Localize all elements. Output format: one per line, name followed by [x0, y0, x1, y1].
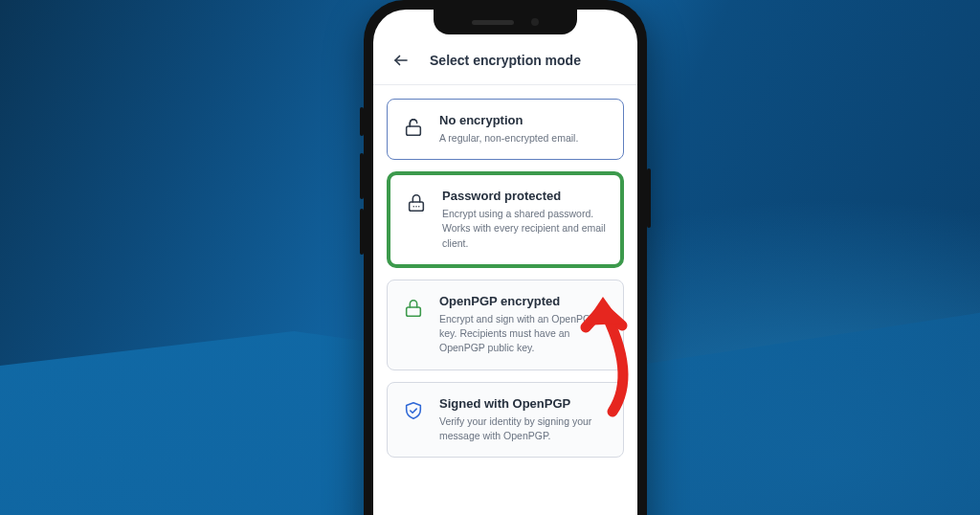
option-text: OpenPGP encrypted Encrypt and sign with …: [439, 294, 610, 356]
option-text: Signed with OpenPGP Verify your identity…: [439, 396, 610, 443]
page-title: Select encryption mode: [390, 53, 620, 68]
option-text: Password protected Encrypt using a share…: [442, 189, 607, 251]
option-signed-openpgp[interactable]: Signed with OpenPGP Verify your identity…: [387, 382, 624, 458]
phone-frame: Select encryption mode No encryption: [364, 0, 647, 515]
svg-point-5: [418, 206, 419, 207]
option-password-protected[interactable]: Password protected Encrypt using a share…: [387, 171, 624, 268]
option-title: No encryption: [439, 113, 610, 127]
option-subtitle: Encrypt and sign with an OpenPGP key. Re…: [439, 312, 610, 356]
phone-side-button: [647, 168, 651, 228]
svg-rect-6: [407, 307, 421, 316]
phone-side-button: [360, 107, 364, 136]
encryption-options-list: No encryption A regular, non-encrypted e…: [373, 85, 637, 471]
phone-side-button: [360, 209, 364, 255]
app-header: Select encryption mode: [373, 10, 637, 85]
svg-point-3: [413, 206, 414, 207]
phone-screen: Select encryption mode No encryption: [373, 10, 637, 515]
option-subtitle: A regular, non-encrypted email.: [439, 131, 610, 146]
shield-check-icon: [401, 398, 426, 423]
svg-rect-1: [407, 126, 421, 135]
option-openpgp-encrypted[interactable]: OpenPGP encrypted Encrypt and sign with …: [387, 280, 624, 370]
option-title: OpenPGP encrypted: [439, 294, 610, 308]
option-text: No encryption A regular, non-encrypted e…: [439, 113, 610, 146]
background: Select encryption mode No encryption: [0, 0, 980, 515]
option-title: Password protected: [442, 189, 607, 203]
option-title: Signed with OpenPGP: [439, 396, 610, 411]
unlock-icon: [401, 115, 426, 140]
option-subtitle: Encrypt using a shared password. Works w…: [442, 207, 607, 251]
lock-icon: [401, 296, 426, 321]
lock-password-icon: [404, 190, 429, 215]
svg-point-4: [415, 206, 416, 207]
option-subtitle: Verify your identity by signing your mes…: [439, 414, 610, 443]
phone-side-button: [360, 153, 364, 199]
option-no-encryption[interactable]: No encryption A regular, non-encrypted e…: [387, 99, 624, 160]
